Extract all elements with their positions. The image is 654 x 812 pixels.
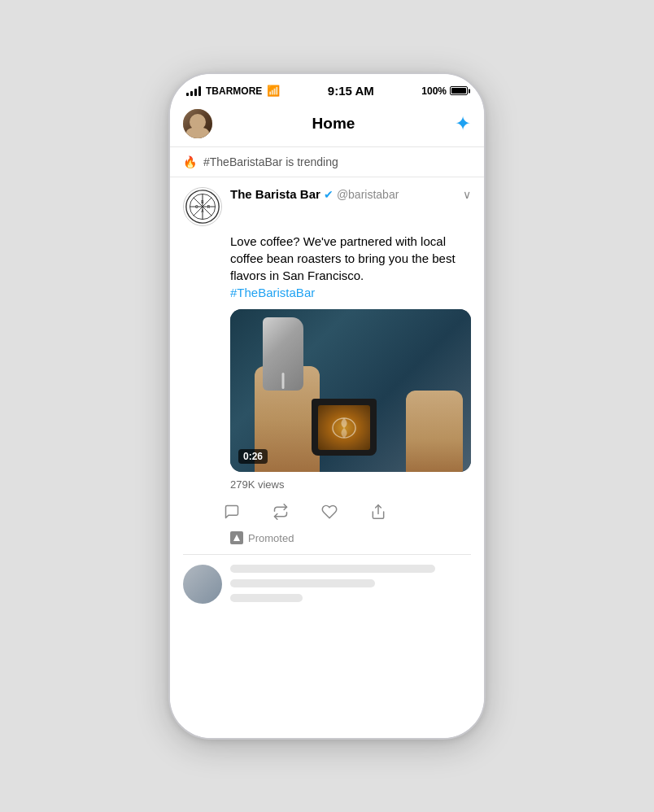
retweet-button[interactable] (272, 504, 289, 520)
svg-marker-12 (233, 535, 240, 541)
tweet-text: Love coffee? We've partnered with local … (230, 234, 456, 282)
trending-banner[interactable]: 🔥 #TheBaristaBar is trending (170, 147, 484, 177)
nav-bar: Home ✦ (170, 103, 484, 147)
phone-screen: TBARMORE 📶 9:15 AM 100% Home ✦ (170, 74, 484, 738)
next-line-3 (230, 594, 303, 602)
signal-bars (186, 86, 201, 96)
status-right: 100% (421, 85, 468, 97)
pitcher (263, 317, 303, 391)
signal-bar-1 (186, 93, 189, 96)
tweet-hashtag[interactable]: #TheBaristaBar (230, 286, 315, 299)
avatar-image (183, 109, 212, 138)
tweet-body: Love coffee? We've partnered with local … (183, 233, 471, 301)
next-tweet-preview (170, 555, 484, 618)
battery-indicator (450, 86, 468, 95)
dropdown-chevron-icon[interactable]: ∨ (463, 188, 471, 201)
avatar[interactable] (183, 109, 212, 138)
video-duration: 0:26 (238, 449, 268, 464)
sparkle-icon[interactable]: ✦ (455, 112, 471, 135)
tweet-account-logo[interactable]: B A O R (183, 187, 222, 226)
share-button[interactable] (370, 504, 386, 520)
feed-content[interactable]: 🔥 #TheBaristaBar is trending (170, 147, 484, 738)
verified-badge-icon: ✔ (324, 188, 334, 201)
page-title: Home (312, 115, 355, 133)
promoted-icon (230, 531, 243, 544)
reply-button[interactable] (224, 504, 240, 520)
status-left: TBARMORE 📶 (186, 85, 280, 97)
next-line-1 (230, 565, 435, 573)
promoted-row: Promoted (183, 526, 471, 555)
phone-frame: TBARMORE 📶 9:15 AM 100% Home ✦ (168, 72, 486, 740)
promoted-label: Promoted (248, 532, 294, 544)
barista-logo-image: B A O R (184, 188, 221, 225)
signal-bar-2 (190, 91, 193, 96)
fire-icon: 🔥 (183, 155, 197, 168)
trending-text: #TheBaristaBar is trending (203, 155, 338, 168)
battery-percent: 100% (421, 85, 447, 97)
next-tweet-content (230, 565, 471, 609)
tweet-header: B A O R The Barista Bar ✔ @baristabar (183, 187, 471, 226)
next-tweet-avatar (183, 565, 222, 604)
svg-text:O: O (195, 205, 198, 209)
status-bar: TBARMORE 📶 9:15 AM 100% (170, 74, 484, 103)
next-line-2 (230, 579, 375, 587)
signal-bar-4 (198, 86, 201, 96)
tweet-meta: The Barista Bar ✔ @baristabar ∨ (230, 187, 471, 201)
tweet-name-row: The Barista Bar ✔ @baristabar ∨ (230, 187, 471, 201)
tweet-account-name: The Barista Bar (230, 187, 320, 201)
coffee-top (318, 405, 370, 450)
tweet-handle: @baristabar (337, 188, 399, 201)
status-time: 9:15 AM (328, 84, 374, 98)
cup-area (295, 374, 455, 456)
svg-text:B: B (201, 200, 204, 204)
wifi-icon: 📶 (267, 85, 280, 97)
signal-bar-3 (194, 89, 197, 96)
promoted-tweet: B A O R The Barista Bar ✔ @baristabar (170, 177, 484, 555)
svg-text:A: A (201, 209, 204, 213)
coffee-cup (312, 399, 377, 456)
svg-rect-13 (235, 539, 239, 540)
tweet-views: 279K views (183, 478, 471, 491)
tweet-actions (183, 497, 471, 526)
battery-body (450, 86, 468, 95)
latte-art (329, 413, 359, 443)
coffee-scene (230, 309, 471, 472)
tweet-video-thumbnail[interactable]: 0:26 (230, 309, 471, 472)
carrier-name: TBARMORE (206, 85, 262, 97)
like-button[interactable] (321, 504, 338, 520)
battery-fill (451, 88, 466, 94)
